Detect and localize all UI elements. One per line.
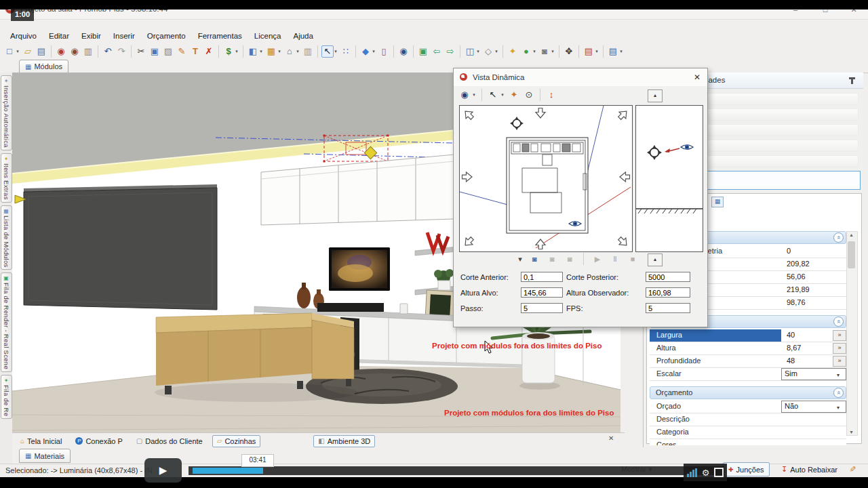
views-icon[interactable]: ◫	[464, 45, 476, 58]
collapse-section-icon[interactable]: «	[833, 232, 844, 243]
dropdown-caret[interactable]: ▾	[371, 45, 376, 58]
tab-dados-do-cliente[interactable]: ▢ Dados do Cliente	[132, 436, 207, 447]
format-painter-icon[interactable]: T	[189, 45, 201, 58]
property-row[interactable]: Altura 8,67 »	[650, 342, 846, 355]
sidebar-tab-fila-de-render-real-scene[interactable]: ▣ Fila de Render - Real Scene	[1, 272, 12, 372]
video-progress-track[interactable]	[189, 466, 724, 475]
dropdown-caret[interactable]: ▾	[550, 45, 555, 58]
tv-screen[interactable]	[329, 247, 390, 291]
dropdown-caret[interactable]: ▾	[494, 45, 499, 58]
property-value[interactable]	[781, 413, 834, 426]
property-row[interactable]: Descrição	[650, 413, 846, 426]
collapse-section-icon[interactable]: «	[833, 388, 844, 398]
close-tab-icon[interactable]: ✕	[608, 434, 614, 442]
pointer-icon[interactable]: ↖	[321, 45, 334, 58]
camera-eye-icon[interactable]	[681, 145, 693, 150]
assembly-icon[interactable]: ▦	[265, 45, 277, 58]
collapse-button[interactable]: ▴	[648, 253, 663, 266]
property-row[interactable]: Cores	[650, 439, 846, 445]
dropdown-caret[interactable]: ▾	[258, 45, 264, 58]
property-value[interactable]: 98,76	[781, 297, 846, 309]
dropdown-caret[interactable]: ▾	[234, 45, 239, 58]
measure-icon[interactable]: ∷	[340, 45, 352, 58]
property-value[interactable]: 219,89	[781, 284, 846, 296]
collapse-section-icon[interactable]: «	[833, 317, 844, 327]
property-value[interactable]: 48	[781, 355, 833, 367]
sidebar-tab-itens-extras[interactable]: ✦ Itens Extras	[1, 153, 12, 203]
sofa[interactable]	[155, 313, 358, 402]
menu-exibir[interactable]: Exibir	[75, 30, 107, 42]
sphere-icon[interactable]: ●	[520, 45, 532, 58]
property-value[interactable]: 56,06	[781, 271, 846, 283]
sidebar-tab-fila-de-render[interactable]: ✦ Fila de Re	[1, 375, 12, 419]
dropdown-icon[interactable]: ▾	[832, 403, 844, 413]
render-alt-icon[interactable]: ◉	[68, 45, 81, 58]
quality-icon[interactable]	[687, 468, 697, 477]
report-icon[interactable]: ▤	[583, 45, 595, 58]
undo-icon[interactable]: ↶	[102, 45, 114, 58]
property-row[interactable]: Largura 40 »	[650, 329, 846, 342]
target-icon[interactable]	[647, 145, 662, 160]
new-icon[interactable]: □	[3, 45, 16, 58]
menu-ajuda[interactable]: Ajuda	[287, 30, 319, 42]
camera-delete-icon[interactable]: ◙	[564, 253, 576, 265]
property-value[interactable]: 8,67	[781, 342, 833, 354]
dropdown-caret[interactable]: ▾	[277, 45, 282, 58]
render-icon[interactable]: ◉	[55, 45, 67, 58]
field-input[interactable]	[521, 272, 563, 282]
tab-materiais[interactable]: ▦ Materiais	[19, 449, 71, 463]
select-icon[interactable]: ↖	[487, 89, 499, 101]
move-icon[interactable]: ✥	[563, 45, 575, 58]
redo-icon[interactable]: ↷	[115, 45, 127, 58]
camera-eye-icon[interactable]	[569, 222, 581, 226]
dropdown-caret[interactable]: ▾	[517, 253, 523, 265]
section-header-orcamento[interactable]: Orçamento «	[650, 386, 846, 399]
field-input[interactable]	[646, 303, 690, 313]
dropdown-caret[interactable]: ▾	[333, 45, 338, 58]
dropdown-caret[interactable]: ▾	[15, 45, 20, 58]
scroll-up-icon[interactable]: ▲	[847, 232, 856, 237]
property-value[interactable]: 40	[781, 329, 833, 342]
cube-icon[interactable]: ◇	[482, 45, 494, 58]
menu-editar[interactable]: Editar	[43, 30, 75, 42]
spin-button[interactable]: »	[833, 356, 846, 367]
camera-icon[interactable]: ◙	[538, 45, 551, 58]
collapse-button[interactable]: ▴	[648, 89, 663, 102]
layout-icon[interactable]: ◧	[247, 45, 259, 58]
property-value[interactable]	[781, 426, 834, 439]
wall-tv-panel[interactable]	[15, 184, 217, 310]
door-icon[interactable]: ▯	[378, 45, 390, 58]
pin-icon[interactable]	[849, 77, 855, 79]
dropdown-caret[interactable]: ▾	[471, 89, 477, 101]
play-icon[interactable]: ▶	[591, 253, 604, 265]
gem-icon[interactable]: ◆	[359, 45, 372, 58]
spin-button[interactable]: »	[833, 343, 846, 354]
dropdown-caret[interactable]: ▾	[295, 45, 300, 58]
fullscreen-icon[interactable]	[714, 468, 724, 477]
property-value[interactable]: 209,82	[781, 258, 846, 270]
tab-tela-inicial[interactable]: ⌂ Tela Inicial	[16, 436, 66, 447]
observer-height-icon[interactable]: ↕	[545, 89, 557, 101]
elevation-view[interactable]	[635, 105, 703, 252]
wall-icon[interactable]: ▥	[302, 45, 314, 58]
auto-rebaixar-button[interactable]: ↧ Auto Rebaixar	[778, 463, 840, 476]
sidebar-tab-lista-de-modulos[interactable]: ▦ Lista de Módulos	[1, 205, 12, 270]
cut-icon[interactable]: ✂	[135, 45, 147, 58]
grid-view-icon[interactable]: ▦	[711, 197, 724, 207]
dropdown-caret[interactable]: ▾	[500, 89, 505, 101]
wand-icon[interactable]: ✎	[848, 466, 857, 472]
dropdown-caret[interactable]: ▾	[475, 45, 481, 58]
scroll-down-icon[interactable]: ▼	[847, 430, 856, 434]
scrollbar-thumb[interactable]	[848, 241, 855, 268]
video-play-button[interactable]: ▶	[144, 458, 182, 483]
tab-conexao-p[interactable]: P Conexão P	[71, 436, 126, 447]
modules-colored-icon[interactable]: ▣	[417, 45, 429, 58]
dropdown-caret[interactable]: ▾	[594, 45, 599, 58]
zoom-icon[interactable]: ⊙	[523, 89, 535, 101]
dropdown-caret[interactable]: ▾	[618, 45, 624, 58]
property-row[interactable]: Orçado Não ▾	[650, 401, 846, 413]
sidebar-tab-insercao-automatica[interactable]: ✦ Inserção Automática	[1, 75, 12, 150]
property-row[interactable]: Categoria	[650, 426, 846, 439]
scrollbar[interactable]: ▲ ▼	[846, 231, 858, 436]
arrow-back-icon[interactable]: ⇦	[431, 45, 443, 58]
